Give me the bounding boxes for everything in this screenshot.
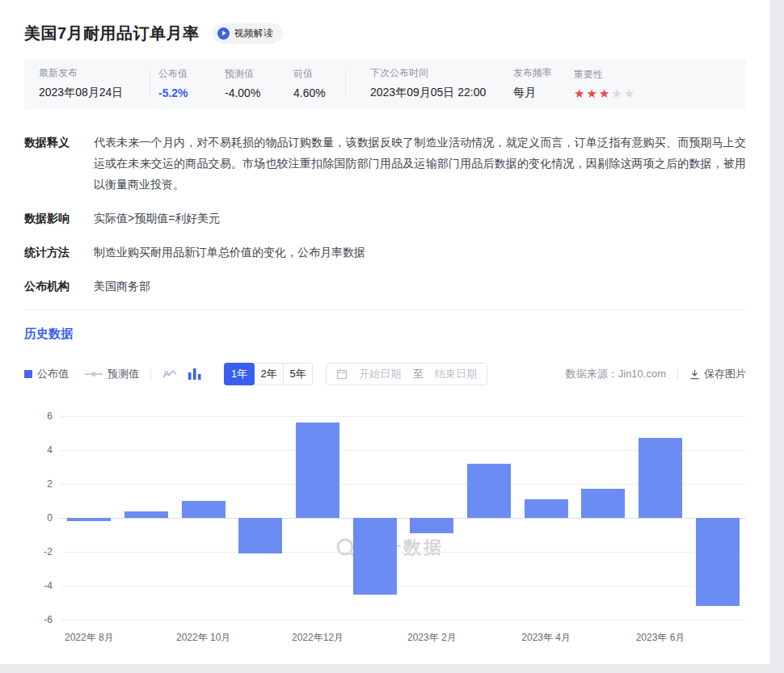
stat-label: 预测值 (225, 67, 293, 81)
chart-toolbar: 公布值 预测值 1年 2年 5年 开始日期 (24, 363, 746, 385)
video-explain-button[interactable]: 视频解读 (213, 23, 283, 44)
info-row-method: 统计方法 制造业购买耐用品新订单总价值的变化，公布月率数据 (24, 242, 746, 263)
bar-2023年1月[interactable] (353, 518, 397, 595)
bar-2022年10月[interactable] (182, 501, 226, 518)
bar-2023年2月[interactable] (410, 518, 453, 533)
stat-value: 4.60% (293, 86, 345, 99)
header: 美国7月耐用品订单月率 视频解读 (24, 0, 746, 44)
x-axis-label: 2023年 6月 (636, 631, 685, 645)
bar-2022年8月[interactable] (67, 518, 111, 521)
legend-label: 预测值 (107, 367, 139, 381)
stat-previous: 前值 4.60% (293, 67, 345, 99)
gridline (61, 620, 746, 620)
info-rows: 数据释义 代表未来一个月内，对不易耗损的物品订购数量，该数据反映了制造业活动情况… (24, 132, 746, 297)
stat-importance: 重要性 ★★★★★ (574, 68, 636, 99)
toolbar-divider (677, 368, 678, 381)
bar-2023年5月[interactable] (581, 489, 625, 518)
stat-frequency: 发布频率 每月 (513, 66, 574, 100)
info-content: 制造业购买耐用品新订单总价值的变化，公布月率数据 (94, 242, 746, 263)
bar-2023年7月[interactable] (696, 518, 740, 606)
stat-label: 发布频率 (513, 66, 574, 80)
x-axis-label: 2023年 2月 (407, 631, 457, 645)
end-date-input[interactable]: 结束日期 (435, 367, 477, 381)
stat-value: -4.00% (225, 86, 293, 99)
x-axis-label: 2022年 10月 (176, 631, 230, 645)
legend-square-icon (24, 370, 32, 378)
star-icon: ★ (624, 86, 636, 100)
star-icon: ★ (586, 86, 598, 100)
page-card: 美国7月耐用品订单月率 视频解读 最新发布 2023年08月24日 公布值 -5… (0, 0, 770, 664)
start-date-input[interactable]: 开始日期 (359, 367, 401, 381)
date-to-label: 至 (413, 367, 424, 381)
bar-2023年4月[interactable] (525, 499, 568, 518)
legend-forecast[interactable]: 预测值 (69, 367, 139, 381)
importance-stars: ★★★★★ (574, 87, 636, 99)
info-label: 公布机构 (24, 276, 94, 297)
toolbar-right: 数据来源：Jin10.com 保存图片 (566, 367, 746, 381)
video-badge-label: 视频解读 (234, 27, 273, 40)
y-axis-label: 6 (22, 410, 53, 422)
range-button-group: 1年 2年 5年 (224, 363, 313, 385)
stat-label: 公布值 (158, 67, 225, 81)
bar-2022年12月[interactable] (296, 423, 339, 518)
x-axis-label: 2022年 8月 (65, 631, 114, 645)
y-axis-label: 4 (22, 444, 53, 456)
y-axis-label: 2 (22, 478, 53, 490)
gridline (61, 552, 746, 553)
stat-label: 重要性 (574, 68, 636, 82)
section-divider (24, 309, 746, 310)
stat-value: 每月 (513, 86, 574, 100)
stat-label: 前值 (293, 67, 345, 81)
stat-value: 2023年08月24日 (39, 86, 150, 100)
stats-divider (150, 69, 150, 97)
x-axis-label: 2022年12月 (292, 631, 344, 645)
info-content: 实际值>预期值=利好美元 (94, 208, 746, 229)
save-image-button[interactable]: 保存图片 (689, 367, 746, 381)
stat-latest-release: 最新发布 2023年08月24日 (39, 66, 150, 100)
gridline (61, 518, 746, 519)
info-content: 代表未来一个月内，对不易耗损的物品订购数量，该数据反映了制造业活动情况，就定义而… (94, 132, 746, 195)
stats-bar: 最新发布 2023年08月24日 公布值 -5.2% 预测值 -4.00% 前值… (24, 59, 746, 109)
star-icon: ★ (574, 86, 586, 100)
x-axis-label: 2023年 4月 (521, 631, 571, 645)
legend-published[interactable]: 公布值 (24, 367, 69, 381)
bar-2022年9月[interactable] (124, 511, 168, 518)
stat-value: 2023年09月05日 22:00 (370, 86, 513, 100)
info-label: 数据影响 (24, 208, 94, 229)
bar-2023年3月[interactable] (467, 464, 511, 518)
star-icon: ★ (611, 86, 623, 100)
y-axis-label: 0 (22, 512, 53, 524)
page-title: 美国7月耐用品订单月率 (24, 23, 200, 44)
history-section-title: 历史数据 (24, 326, 746, 342)
line-chart-icon[interactable] (162, 368, 177, 380)
info-content: 美国商务部 (94, 276, 746, 297)
play-icon (217, 27, 230, 40)
star-icon: ★ (599, 86, 611, 100)
info-row-impact: 数据影响 实际值>预期值=利好美元 (24, 208, 746, 229)
stat-label: 下次公布时间 (370, 66, 513, 80)
gridline (61, 416, 746, 417)
bar-chart-icon[interactable] (188, 368, 201, 380)
y-axis-label: -4 (22, 580, 53, 591)
save-label: 保存图片 (704, 367, 746, 381)
legend-label: 公布值 (37, 367, 69, 381)
bar-2022年11月[interactable] (238, 518, 282, 553)
history-chart: 金十数据 6420-2-4-6 2022年 8月2022年 10月2022年12… (24, 416, 746, 647)
range-1y-button[interactable]: 1年 (224, 363, 255, 385)
info-label: 统计方法 (24, 242, 94, 263)
bar-2023年6月[interactable] (639, 438, 682, 518)
range-5y-button[interactable]: 5年 (283, 364, 312, 385)
y-axis-label: -2 (22, 546, 53, 557)
data-source-label: 数据来源：Jin10.com (566, 367, 666, 381)
date-range-picker[interactable]: 开始日期 至 结束日期 (326, 363, 487, 385)
calendar-icon (336, 368, 348, 380)
x-axis: 2022年 8月2022年 10月2022年12月2023年 2月2023年 4… (61, 631, 746, 647)
chart-plot-area: 金十数据 6420-2-4-6 (61, 416, 746, 620)
stat-label: 最新发布 (39, 66, 150, 80)
stat-next-release: 下次公布时间 2023年09月05日 22:00 (370, 66, 513, 100)
stat-published: 公布值 -5.2% (158, 67, 225, 99)
range-2y-button[interactable]: 2年 (254, 364, 283, 385)
info-row-definition: 数据释义 代表未来一个月内，对不易耗损的物品订购数量，该数据反映了制造业活动情况… (24, 132, 746, 195)
gridline (61, 586, 746, 587)
info-label: 数据释义 (24, 132, 94, 195)
